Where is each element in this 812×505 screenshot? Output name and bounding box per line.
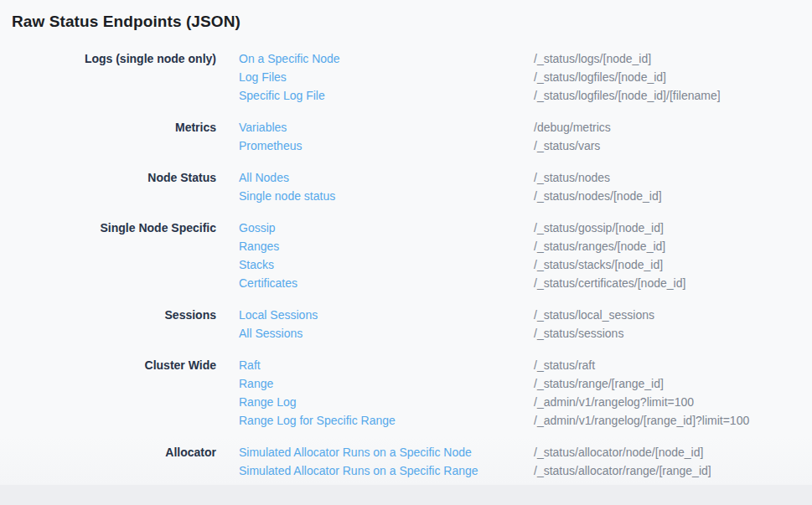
group-endpoints: /_status/raft/_status/range/[range_id]/_… — [511, 356, 812, 430]
endpoint-path: /_status/logfiles/[node_id]/[filename] — [534, 86, 812, 105]
endpoint-group: Single Node Specific GossipRangesStacksC… — [0, 219, 812, 292]
endpoint-link[interactable]: All Sessions — [239, 324, 511, 343]
endpoint-link[interactable]: Gossip — [239, 219, 511, 237]
endpoint-link[interactable]: Raft — [239, 356, 511, 374]
group-label: Metrics — [0, 118, 216, 155]
endpoint-group: Allocator Simulated Allocator Runs on a … — [0, 443, 812, 480]
group-label: Logs (single node only) — [0, 49, 216, 105]
endpoint-path: /_status/allocator/node/[node_id] — [534, 443, 812, 461]
group-label: Allocator — [0, 443, 216, 480]
group-endpoints: /debug/metrics/_status/vars — [511, 118, 812, 155]
endpoint-link[interactable]: Stacks — [239, 255, 511, 274]
group-label: Single Node Specific — [0, 219, 216, 292]
group-links: All NodesSingle node status — [216, 168, 511, 205]
endpoint-path: /_admin/v1/rangelog/[range_id]?limit=100 — [534, 411, 812, 430]
group-links: GossipRangesStacksCertificates — [216, 219, 511, 292]
endpoint-group: Sessions Local SessionsAll Sessions /_st… — [0, 306, 812, 343]
endpoint-link[interactable]: Range Log — [239, 393, 511, 411]
endpoint-path: /_status/logs/[node_id] — [534, 49, 812, 68]
endpoint-path: /_admin/v1/rangelog?limit=100 — [534, 393, 812, 411]
endpoint-path: /_status/range/[range_id] — [534, 374, 812, 393]
endpoint-path: /_status/gossip/[node_id] — [534, 219, 812, 237]
endpoint-group: Logs (single node only) On a Specific No… — [0, 49, 812, 105]
group-links: Simulated Allocator Runs on a Specific N… — [216, 443, 511, 480]
endpoint-link[interactable]: Simulated Allocator Runs on a Specific N… — [239, 443, 511, 461]
endpoint-group: Metrics VariablesPrometheus /debug/metri… — [0, 118, 812, 155]
endpoint-link[interactable]: Simulated Allocator Runs on a Specific R… — [239, 461, 511, 480]
endpoint-group: Node Status All NodesSingle node status … — [0, 168, 812, 205]
endpoint-path: /_status/certificates/[node_id] — [534, 274, 812, 292]
endpoint-path: /_status/stacks/[node_id] — [534, 255, 812, 274]
group-label: Sessions — [0, 306, 216, 343]
endpoint-path: /_status/nodes — [534, 168, 812, 187]
endpoint-path: /_status/vars — [534, 137, 812, 155]
endpoint-link[interactable]: Local Sessions — [239, 306, 511, 324]
group-links: VariablesPrometheus — [216, 118, 511, 155]
group-links: Local SessionsAll Sessions — [216, 306, 511, 343]
endpoint-link[interactable]: Log Files — [239, 68, 511, 86]
endpoint-path: /_status/raft — [534, 356, 812, 374]
group-links: RaftRangeRange LogRange Log for Specific… — [216, 356, 511, 430]
group-endpoints: /_status/gossip/[node_id]/_status/ranges… — [511, 219, 812, 292]
endpoint-path: /_status/sessions — [534, 324, 812, 343]
endpoint-link[interactable]: Certificates — [239, 274, 511, 292]
endpoint-link[interactable]: Variables — [239, 118, 511, 137]
endpoint-link[interactable]: Specific Log File — [239, 86, 511, 105]
raw-status-endpoints-section: Raw Status Endpoints (JSON) Logs (single… — [0, 0, 812, 485]
endpoint-link[interactable]: Prometheus — [239, 137, 511, 155]
endpoint-link[interactable]: All Nodes — [239, 168, 511, 187]
endpoint-path: /_status/allocator/range/[range_id] — [534, 461, 812, 480]
endpoint-path: /debug/metrics — [534, 118, 812, 137]
group-endpoints: /_status/logs/[node_id]/_status/logfiles… — [511, 49, 812, 105]
group-label: Cluster Wide — [0, 356, 216, 430]
endpoint-group: Cluster Wide RaftRangeRange LogRange Log… — [0, 356, 812, 430]
endpoint-path: /_status/local_sessions — [534, 306, 812, 324]
group-label: Node Status — [0, 168, 216, 205]
endpoint-link[interactable]: Ranges — [239, 237, 511, 255]
endpoint-groups: Logs (single node only) On a Specific No… — [0, 49, 812, 480]
group-endpoints: /_status/local_sessions/_status/sessions — [511, 306, 812, 343]
page-title: Raw Status Endpoints (JSON) — [12, 12, 812, 32]
endpoint-path: /_status/logfiles/[node_id] — [534, 68, 812, 86]
endpoint-path: /_status/nodes/[node_id] — [534, 187, 812, 205]
endpoint-link[interactable]: Single node status — [239, 187, 511, 205]
endpoint-link[interactable]: On a Specific Node — [239, 49, 511, 68]
group-endpoints: /_status/nodes/_status/nodes/[node_id] — [511, 168, 812, 205]
endpoint-path: /_status/ranges/[node_id] — [534, 237, 812, 255]
endpoint-link[interactable]: Range — [239, 374, 511, 393]
group-endpoints: /_status/allocator/node/[node_id]/_statu… — [511, 443, 812, 480]
endpoint-link[interactable]: Range Log for Specific Range — [239, 411, 511, 430]
group-links: On a Specific NodeLog FilesSpecific Log … — [216, 49, 511, 105]
